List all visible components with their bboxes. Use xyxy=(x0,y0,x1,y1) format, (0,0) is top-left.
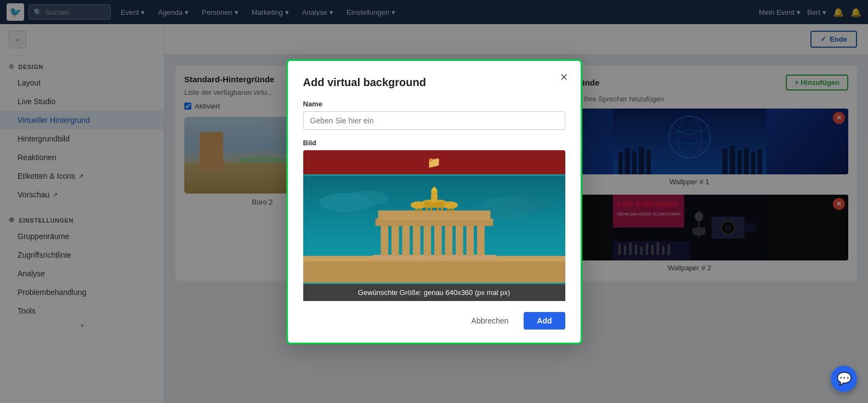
file-picker-button[interactable]: 📁 xyxy=(303,150,565,174)
add-virtual-background-modal: ✕ Add virtual background Name Bild 📁 xyxy=(286,59,582,344)
svg-rect-48 xyxy=(412,224,420,256)
svg-rect-70 xyxy=(447,207,449,213)
svg-rect-66 xyxy=(426,207,428,212)
add-button[interactable]: Add xyxy=(524,312,565,330)
modal-overlay[interactable]: ✕ Add virtual background Name Bild 📁 xyxy=(0,0,868,403)
svg-rect-52 xyxy=(456,224,463,256)
chat-icon: 💬 xyxy=(837,372,852,386)
svg-rect-64 xyxy=(415,207,417,213)
svg-point-60 xyxy=(442,201,457,209)
svg-rect-53 xyxy=(466,224,474,256)
name-label: Name xyxy=(303,100,565,108)
svg-point-39 xyxy=(346,190,389,205)
svg-rect-49 xyxy=(423,223,431,256)
svg-rect-62 xyxy=(431,194,438,202)
modal-title: Add virtual background xyxy=(303,76,565,89)
svg-rect-67 xyxy=(430,207,432,212)
cancel-button[interactable]: Abbrechen xyxy=(463,312,518,330)
svg-rect-56 xyxy=(378,210,490,220)
chat-fab-button[interactable]: 💬 xyxy=(831,366,857,392)
svg-rect-51 xyxy=(445,224,452,256)
svg-rect-65 xyxy=(419,207,421,213)
svg-rect-50 xyxy=(434,223,442,256)
image-upload-area[interactable]: 📁 xyxy=(303,150,565,301)
svg-rect-54 xyxy=(477,224,485,256)
name-input[interactable] xyxy=(303,111,565,130)
image-preview xyxy=(303,174,565,284)
svg-rect-71 xyxy=(452,207,453,213)
svg-rect-45 xyxy=(381,224,388,256)
image-label: Bild xyxy=(303,139,565,147)
svg-rect-47 xyxy=(402,224,410,256)
image-caption: Gewünschte Größe: genau 640x360 (px mal … xyxy=(303,284,565,301)
svg-rect-68 xyxy=(436,207,438,212)
folder-icon: 📁 xyxy=(427,156,441,169)
svg-rect-69 xyxy=(441,207,442,212)
preview-image-svg xyxy=(303,174,565,284)
svg-point-41 xyxy=(506,195,549,211)
modal-close-button[interactable]: ✕ xyxy=(557,70,572,85)
svg-rect-46 xyxy=(391,224,399,256)
svg-rect-42 xyxy=(303,258,565,282)
modal-actions: Abbrechen Add xyxy=(303,312,565,330)
